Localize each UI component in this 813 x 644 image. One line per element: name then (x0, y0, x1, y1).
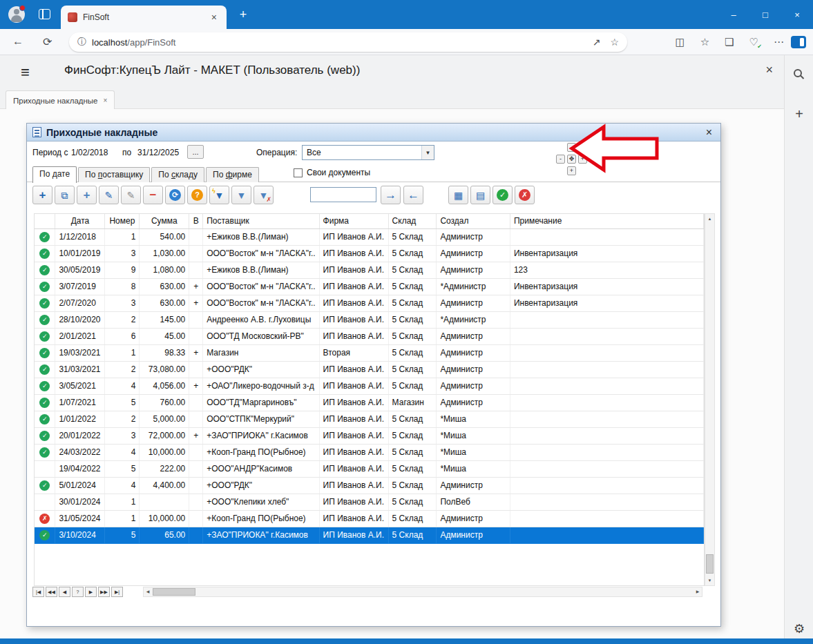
page-tools-icon[interactable]: ↗ (593, 37, 601, 48)
pager-button-2[interactable]: ◀ (59, 587, 70, 597)
pager-button-1[interactable]: ◀◀ (46, 587, 57, 597)
column-header[interactable]: Дата (55, 214, 105, 228)
table-row[interactable]: ✓3/10/2024565.00+ЗАО"ПРИОКА" г.КасимовИП… (35, 527, 704, 543)
table-row[interactable]: ✓31/03/2021273,080.00+ООО"РДК"ИП Иванов … (35, 361, 704, 378)
dialog-tab-1[interactable]: По поставщику (78, 167, 150, 182)
scroll-down-icon[interactable]: ▼ (705, 576, 714, 585)
table-row[interactable]: ✓30/05/201991,080.00+Ежиков В.В.(Лиман)И… (35, 262, 704, 278)
filter-clear-button[interactable]: ▼✗ (254, 186, 274, 204)
quick-search-input[interactable] (310, 187, 376, 202)
split-screen-icon[interactable]: ◫ (675, 36, 685, 48)
print-button[interactable]: ▤ (470, 186, 490, 204)
shrink-horizontal-button[interactable]: - (556, 155, 565, 164)
maximize-button[interactable]: □ (749, 0, 781, 29)
horizontal-scroll-thumb[interactable] (153, 588, 195, 596)
table-row[interactable]: ✓3/05/202144,056.00++ОАО"Ликеро-водочный… (35, 378, 704, 394)
add-button[interactable]: + (32, 186, 52, 204)
column-header[interactable]: Склад (388, 214, 437, 228)
filter-quick-button[interactable]: ▼ϟ (209, 186, 229, 204)
pager-button-4[interactable]: ▶ (85, 587, 97, 597)
column-header[interactable]: В (189, 214, 203, 228)
search-icon[interactable] (794, 69, 802, 77)
page-tab[interactable]: Приходные накладные × (6, 90, 115, 110)
table-row[interactable]: ✓24/03/2022410,000.00+Кооп-Гранд ПО(Рыбн… (35, 444, 704, 460)
browser-tab[interactable]: FinSoft × (61, 6, 227, 29)
horizontal-scrollbar[interactable]: ◀ ▶ (143, 587, 702, 597)
tab-close-icon[interactable]: × (209, 12, 220, 23)
table-row[interactable]: ✓1/12/20181540.00+Ежиков В.В.(Лиман)ИП И… (35, 228, 704, 245)
table-row[interactable]: ✓1/01/202225,000.00ООО"СТПК"Меркурий"ИП … (35, 411, 704, 427)
period-more-button[interactable]: ... (187, 145, 204, 159)
period-from-field[interactable]: 1/02/2018 (71, 148, 108, 157)
workspaces-icon[interactable] (39, 9, 50, 19)
settings-more-icon[interactable]: ⋯ (774, 36, 784, 48)
column-header[interactable]: Поставщик (203, 214, 319, 228)
page-tab-close-icon[interactable]: × (104, 97, 108, 104)
scroll-right-icon[interactable]: ▶ (694, 587, 702, 596)
column-header[interactable]: Сумма (140, 214, 189, 228)
period-to-field[interactable]: 31/12/2025 (137, 148, 179, 157)
column-header[interactable]: Примечание (510, 214, 703, 228)
back-icon[interactable]: ← (12, 35, 23, 48)
gear-icon[interactable]: ⚙ (785, 621, 813, 636)
new-tab-button[interactable]: + (235, 7, 251, 22)
table-row[interactable]: 19/04/20225222.00+ООО"АНДР"КасимовИП Ива… (35, 460, 704, 477)
refresh-button[interactable]: ⟳ (165, 186, 185, 204)
pager-button-6[interactable]: ▶| (111, 587, 123, 597)
pager-button-3[interactable]: ? (72, 587, 84, 597)
address-bar[interactable]: ⓘ localhost/app/FinSoft ↗ ☆ (69, 32, 627, 52)
edit-button[interactable]: ✎ (99, 186, 119, 204)
go-back-button[interactable]: ← (403, 186, 423, 204)
minimize-button[interactable]: – (718, 0, 749, 29)
table-row[interactable]: ✓10/01/201931,030.00ООО"Восток" м-н "ЛАС… (35, 245, 704, 262)
table-row[interactable]: ✓20/01/2022372,000.00++ЗАО"ПРИОКА" г.Кас… (35, 427, 704, 444)
dialog-tab-2[interactable]: По складу (151, 167, 204, 182)
vertical-scrollbar[interactable]: ▲ ▼ (705, 213, 715, 586)
table-row[interactable]: ✓2/01/2021645.00ООО"ТД Московский-РВ"ИП … (35, 328, 704, 344)
site-info-icon[interactable]: ⓘ (77, 36, 86, 48)
dialog-tab-3[interactable]: По фирме (206, 167, 259, 182)
table-row[interactable]: ✓3/07/20198630.00+ООО"Восток" м-н "ЛАСКА… (35, 278, 704, 295)
table-row[interactable]: ✓5/01/202444,400.00+ООО"РДК"ИП Иванов А.… (35, 477, 704, 494)
operation-select[interactable]: Все ▼ (302, 145, 434, 160)
close-button[interactable]: × (781, 0, 813, 29)
pager-button-0[interactable]: |◀ (32, 587, 44, 597)
copy-button[interactable]: ⧉ (55, 186, 75, 204)
table-row[interactable]: ✗31/05/2024110,000.00+Кооп-Гранд ПО(Рыбн… (35, 510, 704, 527)
copilot-sidebar-icon[interactable] (791, 36, 806, 48)
pager-button-5[interactable]: ▶▶ (98, 587, 110, 597)
column-header-status[interactable] (35, 214, 55, 228)
collections-icon[interactable]: ❏ (725, 36, 734, 48)
sidebar-add-icon[interactable]: + (785, 106, 813, 122)
hamburger-menu-icon[interactable]: ≡ (21, 64, 30, 81)
app-close-icon[interactable]: × (765, 63, 773, 77)
confirm-button[interactable]: ✓ (492, 186, 513, 204)
refresh-icon[interactable]: ⟳ (43, 35, 52, 48)
table-row[interactable]: ✓19/03/2021198.33+МагазинВторая5 СкладАд… (35, 344, 704, 361)
browser-essentials-icon[interactable]: ♡✔ (749, 36, 758, 48)
vertical-scroll-thumb[interactable] (706, 554, 714, 574)
favorite-star-icon[interactable]: ☆ (610, 37, 619, 48)
dialog-tab-0[interactable]: По дате (32, 166, 77, 183)
export-table-button[interactable]: ▦ (448, 186, 468, 204)
favorites-hub-icon[interactable]: ☆ (700, 36, 709, 48)
own-docs-checkbox[interactable] (294, 168, 303, 177)
help-button[interactable]: ? (187, 186, 207, 204)
dialog-close-icon[interactable]: × (703, 126, 715, 139)
go-forward-button[interactable]: → (381, 186, 401, 204)
column-header[interactable]: Номер (105, 214, 140, 228)
dropdown-arrow-icon[interactable]: ▼ (421, 146, 434, 159)
table-row[interactable]: ✓2/07/20203630.00+ООО"Восток" м-н "ЛАСКА… (35, 295, 704, 311)
add-copy-button[interactable]: + (77, 186, 97, 204)
filter-button[interactable]: ▼ (231, 186, 251, 204)
column-header[interactable]: Фирма (319, 214, 388, 228)
table-row[interactable]: ✓1/07/20215760.00ООО"ТД"Маргариновъ"ИП И… (35, 394, 704, 411)
edit-alt-button[interactable]: ✎ (121, 186, 141, 204)
delete-button[interactable]: − (143, 186, 163, 204)
scroll-up-icon[interactable]: ▲ (705, 214, 714, 224)
column-header[interactable]: Создал (437, 214, 510, 228)
cancel-button[interactable]: ✗ (515, 186, 535, 204)
table-row[interactable]: 30/01/20241+ООО"Клепики хлеб"ИП Иванов А… (35, 494, 704, 510)
scroll-left-icon[interactable]: ◀ (144, 587, 152, 596)
table-row[interactable]: ✓28/10/20202145.00Андреенко А.В. г.Лухов… (35, 311, 704, 328)
